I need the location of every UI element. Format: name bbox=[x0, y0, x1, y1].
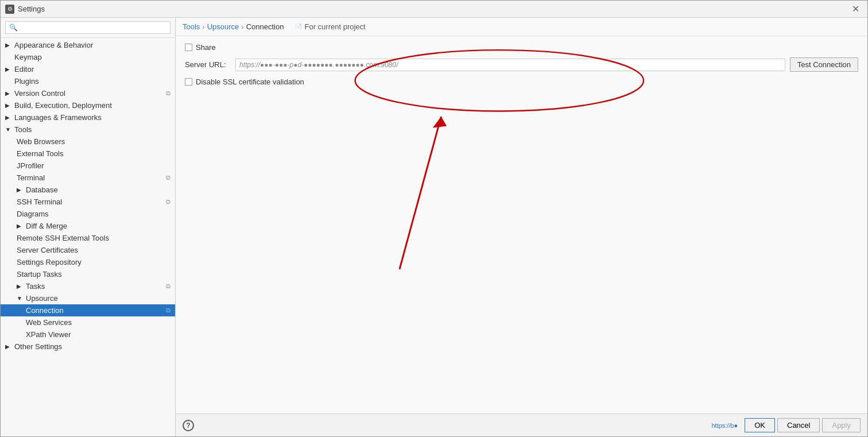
sidebar-item-database[interactable]: ▶ Database bbox=[1, 184, 175, 196]
window-title: Settings bbox=[18, 5, 45, 13]
share-label: Share bbox=[196, 43, 216, 52]
sidebar-item-tasks[interactable]: ▶ Tasks ⧉ bbox=[1, 280, 175, 292]
sidebar-item-label: Web Browsers bbox=[17, 137, 65, 146]
sidebar-item-server-certs[interactable]: Server Certificates bbox=[1, 244, 175, 256]
sidebar: ▶ Appearance & Behavior Keymap ▶ Editor … bbox=[1, 18, 176, 436]
sidebar-item-connection[interactable]: Connection ⧉ bbox=[1, 304, 175, 316]
sidebar-item-label: JProfiler bbox=[17, 161, 44, 170]
main-content: ▶ Appearance & Behavior Keymap ▶ Editor … bbox=[1, 18, 867, 436]
panel-content: Share Server URL: Test Connection Disabl… bbox=[176, 36, 867, 413]
chevron-right-icon: ▶ bbox=[5, 114, 12, 121]
sidebar-item-label: Appearance & Behavior bbox=[14, 41, 93, 49]
sidebar-item-diagrams[interactable]: Diagrams bbox=[1, 208, 175, 220]
sidebar-item-label: Terminal bbox=[17, 173, 45, 182]
sidebar-item-label: Server Certificates bbox=[17, 246, 78, 254]
bottom-bar: ? https://b● OK Cancel Apply bbox=[176, 413, 867, 436]
bottom-right: https://b● OK Cancel Apply bbox=[711, 418, 861, 432]
sidebar-item-label: Tasks bbox=[26, 282, 45, 291]
chevron-right-icon: ▶ bbox=[5, 42, 12, 48]
title-bar: ⚙ Settings ✕ bbox=[1, 1, 867, 18]
main-panel: Tools › Upsource › Connection 📄 For curr… bbox=[176, 18, 867, 436]
sidebar-item-web-services[interactable]: Web Services bbox=[1, 316, 175, 328]
settings-window: ⚙ Settings ✕ ▶ Appearance & Behavior Key… bbox=[0, 0, 868, 437]
breadcrumb-tab[interactable]: 📄 For current project bbox=[295, 22, 365, 31]
breadcrumb-sep-2: › bbox=[241, 22, 243, 31]
sidebar-item-label: External Tools bbox=[17, 149, 63, 158]
sidebar-item-label: Diagrams bbox=[17, 210, 49, 218]
test-connection-button[interactable]: Test Connection bbox=[790, 57, 858, 72]
sidebar-item-startup-tasks[interactable]: Startup Tasks bbox=[1, 268, 175, 280]
search-input[interactable] bbox=[5, 21, 170, 34]
sidebar-item-label: Remote SSH External Tools bbox=[17, 234, 109, 242]
ssl-row: Disable SSL certificate validation bbox=[185, 78, 858, 86]
breadcrumb-sep-1: › bbox=[202, 22, 204, 31]
sidebar-item-plugins[interactable]: Plugins bbox=[1, 75, 175, 87]
sidebar-item-external-tools[interactable]: External Tools bbox=[1, 148, 175, 160]
sidebar-item-diff-merge[interactable]: ▶ Diff & Merge bbox=[1, 220, 175, 232]
settings-sync-icon: ⧉ bbox=[166, 174, 170, 181]
sidebar-item-terminal[interactable]: Terminal ⧉ bbox=[1, 172, 175, 184]
sidebar-item-upsource[interactable]: ▼ Upsource bbox=[1, 292, 175, 304]
sidebar-item-label: Editor bbox=[14, 65, 34, 74]
apply-button[interactable]: Apply bbox=[822, 418, 861, 432]
sidebar-item-label: Startup Tasks bbox=[17, 270, 62, 279]
chevron-right-icon: ▶ bbox=[17, 187, 24, 193]
sidebar-item-jprofiler[interactable]: JProfiler bbox=[1, 160, 175, 172]
settings-icon: ⚙ bbox=[5, 5, 14, 14]
sync-icon: ⧉ bbox=[166, 198, 170, 206]
svg-line-1 bbox=[400, 117, 441, 269]
sidebar-item-web-browsers[interactable]: Web Browsers bbox=[1, 136, 175, 148]
chevron-down-icon: ▼ bbox=[17, 295, 24, 301]
close-button[interactable]: ✕ bbox=[848, 2, 863, 16]
chevron-down-icon: ▼ bbox=[5, 126, 12, 133]
breadcrumb-tools[interactable]: Tools bbox=[183, 22, 200, 31]
sidebar-item-label: Upsource bbox=[26, 294, 58, 303]
server-url-row: Server URL: Test Connection bbox=[185, 57, 858, 72]
cancel-button[interactable]: Cancel bbox=[777, 418, 820, 432]
search-box bbox=[1, 18, 175, 38]
help-button[interactable]: ? bbox=[183, 420, 194, 431]
disable-ssl-checkbox[interactable] bbox=[185, 78, 192, 86]
server-url-label: Server URL: bbox=[185, 60, 231, 69]
share-row: Share bbox=[185, 43, 858, 52]
sidebar-item-label: Web Services bbox=[26, 318, 72, 327]
disable-ssl-label: Disable SSL certificate validation bbox=[196, 78, 304, 86]
sidebar-item-version-control[interactable]: ▶ Version Control ⧉ bbox=[1, 87, 175, 99]
breadcrumb-connection: Connection bbox=[246, 22, 284, 31]
sidebar-item-editor[interactable]: ▶ Editor bbox=[1, 63, 175, 75]
sidebar-item-ssh-terminal[interactable]: SSH Terminal ⧉ bbox=[1, 196, 175, 208]
bottom-left: ? bbox=[183, 420, 194, 431]
sidebar-item-appearance[interactable]: ▶ Appearance & Behavior bbox=[1, 39, 175, 51]
sidebar-item-keymap[interactable]: Keymap bbox=[1, 51, 175, 63]
sidebar-item-label: Keymap bbox=[14, 53, 42, 61]
sync-icon: ⧉ bbox=[166, 90, 170, 97]
chevron-right-icon: ▶ bbox=[17, 223, 24, 229]
ok-button[interactable]: OK bbox=[745, 418, 775, 432]
sidebar-item-remote-ssh[interactable]: Remote SSH External Tools bbox=[1, 232, 175, 244]
sidebar-item-xpath-viewer[interactable]: XPath Viewer bbox=[1, 328, 175, 341]
breadcrumb-upsource[interactable]: Upsource bbox=[207, 22, 239, 31]
share-checkbox[interactable] bbox=[185, 44, 192, 51]
sidebar-item-tools[interactable]: ▼ Tools bbox=[1, 123, 175, 136]
sidebar-item-languages[interactable]: ▶ Languages & Frameworks bbox=[1, 111, 175, 123]
breadcrumb-tab-label: For current project bbox=[304, 22, 365, 31]
sidebar-item-label: Plugins bbox=[14, 77, 39, 86]
sidebar-item-label: Diff & Merge bbox=[26, 222, 67, 230]
sidebar-item-label: Connection bbox=[26, 306, 64, 315]
sidebar-item-label: Build, Execution, Deployment bbox=[14, 101, 112, 110]
sidebar-item-settings-repo[interactable]: Settings Repository bbox=[1, 256, 175, 268]
tab-icon: 📄 bbox=[295, 24, 302, 30]
sidebar-item-label: SSH Terminal bbox=[17, 198, 62, 206]
sync-icon: ⧉ bbox=[166, 307, 170, 314]
chevron-right-icon: ▶ bbox=[5, 102, 12, 109]
sidebar-item-label: Database bbox=[26, 185, 58, 194]
title-bar-left: ⚙ Settings bbox=[5, 5, 45, 14]
url-hint: https://b● bbox=[711, 422, 738, 429]
sidebar-item-other-settings[interactable]: ▶ Other Settings bbox=[1, 341, 175, 353]
sidebar-item-label: Languages & Frameworks bbox=[14, 113, 102, 122]
sidebar-item-label: Tools bbox=[14, 125, 32, 134]
sidebar-item-build[interactable]: ▶ Build, Execution, Deployment bbox=[1, 99, 175, 111]
svg-marker-2 bbox=[433, 117, 447, 127]
server-url-input[interactable] bbox=[235, 59, 785, 71]
chevron-right-icon: ▶ bbox=[5, 66, 12, 72]
